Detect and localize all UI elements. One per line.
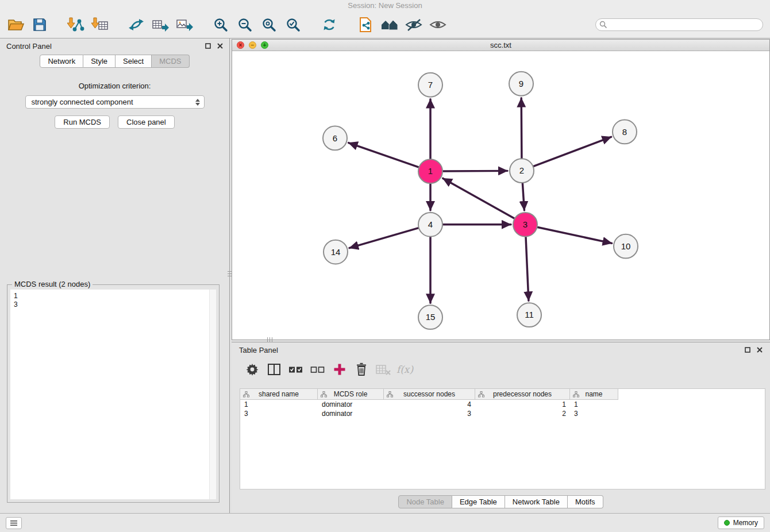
criterion-dropdown[interactable]: strongly connected component — [25, 95, 205, 109]
result-scrollbar[interactable] — [209, 290, 216, 499]
edge-1-6[interactable] — [349, 143, 419, 167]
table-row[interactable]: 1dominator411 — [240, 400, 765, 409]
column-header-MCDS-role[interactable]: MCDS role — [318, 389, 384, 400]
run-mcds-button[interactable]: Run MCDS — [55, 115, 110, 129]
table-row[interactable]: 3dominator323 — [240, 409, 765, 418]
node-2[interactable]: 2 — [510, 159, 534, 183]
table-cell[interactable]: 2 — [475, 409, 570, 418]
delete-table-icon[interactable] — [374, 360, 392, 378]
tab-network-table[interactable]: Network Table — [505, 495, 568, 508]
open-file-icon[interactable] — [6, 14, 25, 35]
float-panel-icon[interactable] — [205, 42, 211, 51]
edge-2-8[interactable] — [534, 137, 611, 166]
table-cell[interactable]: 1 — [570, 400, 618, 409]
svg-text:3: 3 — [523, 219, 528, 229]
tab-edge-table[interactable]: Edge Table — [452, 495, 505, 508]
table-cell[interactable]: 4 — [384, 400, 475, 409]
node-15[interactable]: 15 — [418, 305, 442, 329]
node-7[interactable]: 7 — [418, 73, 442, 97]
table-cell[interactable]: dominator — [318, 400, 384, 409]
node-14[interactable]: 14 — [324, 240, 348, 264]
import-database-icon[interactable] — [356, 14, 375, 35]
new-network-icon[interactable] — [126, 14, 146, 35]
add-row-icon[interactable] — [330, 360, 348, 378]
node-3[interactable]: 3 — [513, 213, 537, 237]
edge-2-9[interactable] — [521, 98, 522, 159]
node-4[interactable]: 4 — [418, 213, 442, 237]
edge-3-1[interactable] — [443, 178, 514, 218]
zoom-selected-icon[interactable] — [283, 14, 303, 35]
tab-network[interactable]: Network — [40, 55, 83, 68]
tab-style[interactable]: Style — [83, 55, 116, 68]
node-8[interactable]: 8 — [613, 120, 637, 144]
tab-motifs[interactable]: Motifs — [568, 495, 603, 508]
column-header-successor-nodes[interactable]: successor nodes — [384, 389, 475, 400]
select-all-icon[interactable] — [287, 360, 305, 378]
column-view-icon[interactable] — [265, 360, 283, 378]
import-table-icon[interactable] — [90, 14, 110, 35]
svg-text:2: 2 — [519, 165, 524, 175]
table-cell[interactable]: 1 — [240, 400, 318, 409]
zoom-window-icon[interactable]: + — [261, 41, 268, 49]
network-graph: 7968124314101511 — [232, 52, 769, 340]
column-header-label: MCDS role — [334, 390, 368, 398]
close-window-icon[interactable]: × — [237, 41, 244, 49]
vertical-splitter-handle[interactable] — [228, 267, 232, 280]
column-header-shared-name[interactable]: shared name — [240, 389, 318, 400]
svg-text:14: 14 — [331, 247, 341, 257]
export-table-icon[interactable] — [151, 14, 170, 35]
tab-node-table[interactable]: Node Table — [398, 495, 452, 508]
home-icon[interactable] — [380, 14, 399, 35]
horizontal-splitter-handle[interactable] — [263, 337, 276, 342]
network-canvas[interactable]: 7968124314101511 — [232, 52, 769, 340]
node-1[interactable]: 1 — [418, 159, 442, 183]
table-cell[interactable]: 3 — [240, 409, 318, 418]
refresh-icon[interactable] — [319, 14, 339, 35]
table-cell[interactable]: dominator — [318, 409, 384, 418]
save-session-icon[interactable] — [30, 14, 49, 35]
tab-select[interactable]: Select — [116, 55, 152, 68]
edge-3-10[interactable] — [538, 227, 612, 243]
column-header-label: successor nodes — [403, 390, 455, 398]
eye-icon[interactable] — [428, 14, 448, 35]
close-panel-icon[interactable] — [217, 42, 223, 51]
search-input[interactable] — [595, 18, 763, 31]
network-window-titlebar[interactable]: × − + scc.txt — [232, 40, 769, 51]
delete-row-icon[interactable] — [352, 360, 370, 378]
node-6[interactable]: 6 — [323, 126, 347, 150]
edge-2-3[interactable] — [522, 183, 524, 210]
status-menu-button[interactable] — [6, 517, 22, 529]
table-cell[interactable]: 3 — [384, 409, 475, 418]
export-image-icon[interactable] — [175, 14, 194, 35]
node-9[interactable]: 9 — [509, 72, 533, 96]
edge-4-14[interactable] — [349, 228, 418, 248]
table-panel-title: Table Panel — [239, 346, 278, 354]
import-network-icon[interactable] — [66, 14, 86, 35]
edge-1-2[interactable] — [443, 171, 507, 171]
float-table-panel-icon[interactable] — [745, 346, 750, 354]
style-eye-icon[interactable] — [404, 14, 424, 35]
mcds-result-text[interactable]: 1 3 — [10, 290, 216, 499]
settings-gear-icon[interactable] — [243, 360, 261, 378]
network-window-title: scc.txt — [490, 41, 511, 49]
column-header-name[interactable]: name — [570, 389, 618, 400]
edge-3-11[interactable] — [526, 237, 529, 301]
deselect-all-icon[interactable] — [309, 360, 326, 378]
column-header-predecessor-nodes[interactable]: predecessor nodes — [475, 389, 570, 400]
svg-text:8: 8 — [622, 127, 627, 137]
node-10[interactable]: 10 — [614, 234, 638, 259]
function-builder-icon[interactable]: f(x) — [396, 360, 414, 378]
table-cell[interactable]: 3 — [570, 409, 618, 418]
svg-text:15: 15 — [426, 312, 436, 322]
node-11[interactable]: 11 — [517, 303, 541, 327]
minimize-window-icon[interactable]: − — [249, 41, 256, 49]
tab-mcds[interactable]: MCDS — [152, 55, 189, 68]
zoom-out-icon[interactable] — [235, 14, 255, 35]
close-panel-button[interactable]: Close panel — [118, 115, 175, 129]
close-table-panel-icon[interactable] — [757, 346, 763, 354]
zoom-in-icon[interactable] — [211, 14, 230, 35]
zoom-fit-icon[interactable] — [259, 14, 279, 35]
table-cell[interactable]: 1 — [475, 400, 570, 409]
table-panel: Table Panel — [232, 342, 770, 513]
memory-button[interactable]: Memory — [718, 516, 764, 529]
